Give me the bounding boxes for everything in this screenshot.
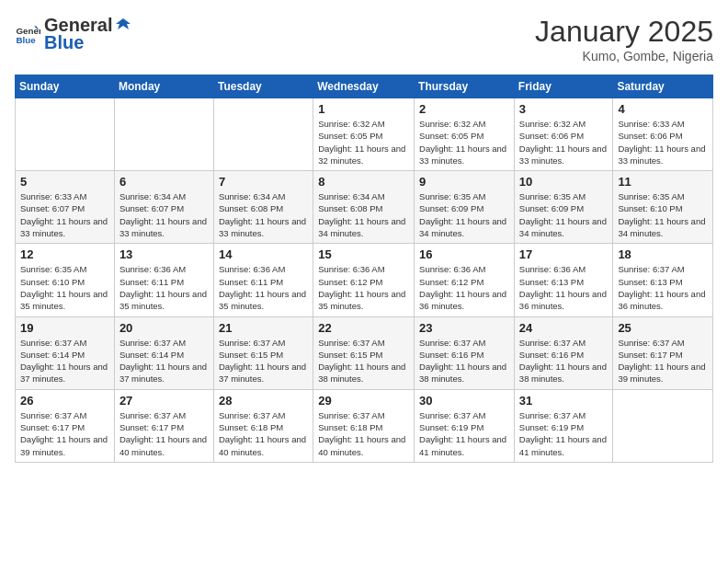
calendar-week-4: 19 Sunrise: 6:37 AM Sunset: 6:14 PM Dayl… (16, 316, 713, 389)
day-info: Sunrise: 6:37 AM Sunset: 6:17 PM Dayligh… (618, 337, 708, 385)
day-number: 29 (318, 394, 409, 408)
day-number: 4 (618, 102, 708, 116)
sunset-text: Sunset: 6:14 PM (119, 350, 184, 360)
daylight-text: Daylight: 11 hours and 36 minutes. (618, 289, 705, 311)
sunrise-text: Sunrise: 6:33 AM (618, 119, 684, 129)
calendar-cell: 20 Sunrise: 6:37 AM Sunset: 6:14 PM Dayl… (114, 316, 213, 389)
daylight-text: Daylight: 11 hours and 32 minutes. (318, 144, 405, 166)
calendar-cell: 23 Sunrise: 6:37 AM Sunset: 6:16 PM Dayl… (415, 316, 515, 389)
sunset-text: Sunset: 6:09 PM (419, 203, 483, 213)
sunset-text: Sunset: 6:11 PM (219, 277, 283, 287)
day-info: Sunrise: 6:37 AM Sunset: 6:19 PM Dayligh… (419, 409, 509, 458)
sunrise-text: Sunrise: 6:36 AM (219, 264, 285, 274)
sunset-text: Sunset: 6:10 PM (20, 277, 85, 287)
calendar-cell (613, 389, 713, 462)
calendar-header-row: SundayMondayTuesdayWednesdayThursdayFrid… (16, 75, 713, 98)
sunset-text: Sunset: 6:17 PM (618, 350, 682, 360)
sunrise-text: Sunrise: 6:37 AM (618, 338, 684, 348)
daylight-text: Daylight: 11 hours and 39 minutes. (20, 434, 108, 456)
sunrise-text: Sunrise: 6:37 AM (618, 264, 684, 274)
day-info: Sunrise: 6:35 AM Sunset: 6:09 PM Dayligh… (519, 190, 609, 239)
sunrise-text: Sunrise: 6:37 AM (318, 338, 384, 348)
calendar-cell: 22 Sunrise: 6:37 AM Sunset: 6:15 PM Dayl… (313, 316, 415, 389)
calendar-cell: 26 Sunrise: 6:37 AM Sunset: 6:17 PM Dayl… (16, 389, 115, 462)
calendar-cell: 21 Sunrise: 6:37 AM Sunset: 6:15 PM Dayl… (213, 316, 313, 389)
day-number: 20 (119, 321, 209, 335)
sunset-text: Sunset: 6:19 PM (419, 422, 483, 432)
daylight-text: Daylight: 11 hours and 34 minutes. (318, 216, 405, 238)
daylight-text: Daylight: 11 hours and 33 minutes. (519, 144, 607, 166)
day-info: Sunrise: 6:32 AM Sunset: 6:05 PM Dayligh… (419, 118, 509, 167)
daylight-text: Daylight: 11 hours and 34 minutes. (618, 216, 705, 238)
sunset-text: Sunset: 6:13 PM (618, 277, 682, 287)
location-subtitle: Kumo, Gombe, Nigeria (535, 49, 713, 63)
calendar-cell: 8 Sunrise: 6:34 AM Sunset: 6:08 PM Dayli… (313, 171, 415, 244)
sunset-text: Sunset: 6:07 PM (20, 203, 85, 213)
calendar-cell: 25 Sunrise: 6:37 AM Sunset: 6:17 PM Dayl… (613, 316, 713, 389)
calendar-cell: 9 Sunrise: 6:35 AM Sunset: 6:09 PM Dayli… (415, 171, 515, 244)
day-info: Sunrise: 6:37 AM Sunset: 6:15 PM Dayligh… (318, 337, 409, 385)
day-info: Sunrise: 6:36 AM Sunset: 6:12 PM Dayligh… (318, 263, 409, 312)
calendar-cell: 16 Sunrise: 6:36 AM Sunset: 6:12 PM Dayl… (415, 244, 515, 316)
calendar-cell: 19 Sunrise: 6:37 AM Sunset: 6:14 PM Dayl… (16, 316, 115, 389)
sunrise-text: Sunrise: 6:37 AM (419, 410, 485, 420)
day-info: Sunrise: 6:32 AM Sunset: 6:05 PM Dayligh… (318, 118, 409, 167)
day-info: Sunrise: 6:37 AM Sunset: 6:16 PM Dayligh… (519, 337, 609, 385)
sunset-text: Sunset: 6:12 PM (318, 277, 382, 287)
calendar-cell: 14 Sunrise: 6:36 AM Sunset: 6:11 PM Dayl… (213, 244, 313, 316)
day-number: 5 (20, 175, 109, 189)
sunset-text: Sunset: 6:05 PM (318, 131, 382, 141)
sunset-text: Sunset: 6:09 PM (519, 203, 584, 213)
calendar-cell: 12 Sunrise: 6:35 AM Sunset: 6:10 PM Dayl… (16, 244, 115, 316)
daylight-text: Daylight: 11 hours and 33 minutes. (219, 216, 306, 238)
sunrise-text: Sunrise: 6:35 AM (419, 191, 485, 201)
calendar-cell: 28 Sunrise: 6:37 AM Sunset: 6:18 PM Dayl… (213, 389, 313, 462)
sunset-text: Sunset: 6:08 PM (219, 203, 283, 213)
sunset-text: Sunset: 6:12 PM (419, 277, 483, 287)
logo-bird-icon (114, 17, 132, 35)
day-number: 2 (419, 102, 509, 116)
sunset-text: Sunset: 6:06 PM (618, 131, 682, 141)
day-info: Sunrise: 6:37 AM Sunset: 6:17 PM Dayligh… (119, 409, 209, 458)
day-info: Sunrise: 6:37 AM Sunset: 6:13 PM Dayligh… (618, 263, 708, 312)
day-number: 18 (618, 247, 708, 261)
calendar-cell: 7 Sunrise: 6:34 AM Sunset: 6:08 PM Dayli… (213, 171, 313, 244)
day-number: 25 (618, 321, 708, 335)
day-info: Sunrise: 6:36 AM Sunset: 6:12 PM Dayligh… (419, 263, 509, 312)
sunset-text: Sunset: 6:13 PM (519, 277, 584, 287)
day-info: Sunrise: 6:37 AM Sunset: 6:15 PM Dayligh… (219, 337, 308, 385)
sunrise-text: Sunrise: 6:34 AM (318, 191, 384, 201)
calendar-cell: 11 Sunrise: 6:35 AM Sunset: 6:10 PM Dayl… (613, 171, 713, 244)
day-header-friday: Friday (514, 75, 613, 98)
sunset-text: Sunset: 6:08 PM (318, 203, 382, 213)
sunrise-text: Sunrise: 6:37 AM (20, 338, 86, 348)
day-info: Sunrise: 6:36 AM Sunset: 6:11 PM Dayligh… (219, 263, 308, 312)
day-number: 14 (219, 247, 308, 261)
calendar-cell (16, 98, 115, 171)
daylight-text: Daylight: 11 hours and 33 minutes. (20, 216, 108, 238)
day-header-sunday: Sunday (16, 75, 115, 98)
daylight-text: Daylight: 11 hours and 33 minutes. (119, 216, 207, 238)
daylight-text: Daylight: 11 hours and 33 minutes. (618, 144, 705, 166)
calendar-cell: 2 Sunrise: 6:32 AM Sunset: 6:05 PM Dayli… (415, 98, 515, 171)
page-header: General Blue General Blue January 2025 K… (15, 15, 713, 63)
day-info: Sunrise: 6:35 AM Sunset: 6:10 PM Dayligh… (618, 190, 708, 239)
logo: General Blue General Blue (15, 15, 132, 53)
day-number: 11 (618, 175, 708, 189)
calendar-cell: 4 Sunrise: 6:33 AM Sunset: 6:06 PM Dayli… (613, 98, 713, 171)
sunrise-text: Sunrise: 6:34 AM (219, 191, 285, 201)
sunrise-text: Sunrise: 6:33 AM (20, 191, 86, 201)
day-info: Sunrise: 6:37 AM Sunset: 6:16 PM Dayligh… (419, 337, 509, 385)
sunset-text: Sunset: 6:16 PM (419, 350, 483, 360)
calendar-cell (114, 98, 213, 171)
calendar-cell: 13 Sunrise: 6:36 AM Sunset: 6:11 PM Dayl… (114, 244, 213, 316)
svg-marker-3 (116, 18, 131, 29)
sunset-text: Sunset: 6:17 PM (20, 422, 85, 432)
sunset-text: Sunset: 6:16 PM (519, 350, 584, 360)
calendar-cell: 30 Sunrise: 6:37 AM Sunset: 6:19 PM Dayl… (415, 389, 515, 462)
daylight-text: Daylight: 11 hours and 38 minutes. (318, 362, 405, 384)
sunrise-text: Sunrise: 6:37 AM (20, 410, 86, 420)
sunset-text: Sunset: 6:06 PM (519, 131, 584, 141)
day-header-thursday: Thursday (415, 75, 515, 98)
sunrise-text: Sunrise: 6:32 AM (419, 119, 485, 129)
